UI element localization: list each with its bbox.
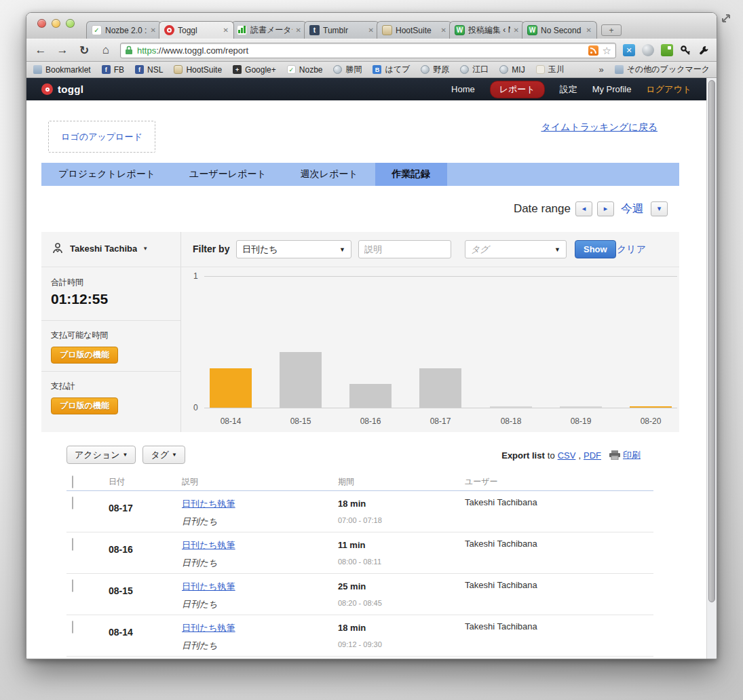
- browser-tab-nozbe[interactable]: ✓ Nozbe 2.0 : No ✕: [86, 21, 161, 39]
- bookmark-item[interactable]: 玉川: [536, 64, 565, 75]
- key-icon[interactable]: [680, 45, 691, 56]
- chart-bar[interactable]: [630, 406, 672, 408]
- bookmark-item[interactable]: Bookmarklet: [33, 65, 91, 75]
- reload-button[interactable]: ↻: [77, 43, 92, 58]
- hatena-icon: B: [373, 65, 381, 74]
- date-range-dropdown-button[interactable]: ▾: [651, 201, 668, 216]
- entry-description-link[interactable]: 日刊たち執筆: [182, 581, 235, 593]
- extension-evernote-icon[interactable]: [661, 44, 673, 56]
- extension-globe-icon[interactable]: [642, 44, 654, 56]
- browser-tab-wordpress-edit[interactable]: W 投稿編集 ‹ No S ✕: [449, 21, 525, 39]
- browser-tab-nosecondlife[interactable]: W No Second Life ✕: [522, 21, 597, 39]
- facebook-icon: f: [135, 65, 144, 74]
- nav-report-active[interactable]: レポート: [490, 81, 545, 98]
- tab-project-report[interactable]: プロジェクトレポート: [41, 163, 172, 186]
- rss-icon[interactable]: [588, 45, 598, 56]
- column-header-description: 説明: [182, 476, 338, 488]
- browser-tab-tumblr[interactable]: t Tumblr ✕: [304, 21, 379, 39]
- tab-close-icon[interactable]: ✕: [514, 26, 519, 34]
- zoom-window-button[interactable]: [66, 19, 75, 28]
- tab-timeline-active[interactable]: 作業記録: [375, 163, 447, 186]
- date-preset-label[interactable]: 今週: [621, 201, 644, 216]
- prev-period-button[interactable]: ◂: [575, 201, 592, 216]
- bookmark-item[interactable]: +Google+: [233, 65, 276, 75]
- entry-description-link[interactable]: 日刊たち執筆: [182, 539, 235, 551]
- chart-bar[interactable]: [349, 384, 392, 408]
- pro-feature-badge[interactable]: プロ版の機能: [51, 347, 118, 364]
- export-pdf-link[interactable]: PDF: [584, 450, 601, 461]
- select-all-checkbox[interactable]: [72, 475, 73, 488]
- back-to-tracking-link[interactable]: タイムトラッキングに戻る: [501, 119, 658, 134]
- toggl-logo[interactable]: toggl: [41, 83, 83, 95]
- next-period-button[interactable]: ▸: [597, 201, 614, 216]
- user-selector[interactable]: Takeshi Tachiba ▼: [51, 241, 148, 255]
- bookmark-item[interactable]: fFB: [102, 65, 124, 75]
- chart-bar[interactable]: [210, 368, 252, 408]
- bookmark-item[interactable]: fNSL: [135, 65, 163, 75]
- actions-dropdown-button[interactable]: アクション ▼: [66, 446, 136, 464]
- row-checkbox[interactable]: [72, 579, 73, 592]
- bookmark-star-icon[interactable]: ☆: [603, 45, 611, 56]
- nav-home[interactable]: Home: [451, 84, 475, 94]
- bookmark-item[interactable]: 江口: [460, 64, 489, 75]
- entry-description-link[interactable]: 日刊たち執筆: [182, 622, 235, 634]
- pro-feature-badge[interactable]: プロ版の機能: [51, 397, 118, 414]
- tab-close-icon[interactable]: ✕: [586, 26, 592, 34]
- tags-label: タグ: [151, 449, 169, 461]
- tags-dropdown-button[interactable]: タグ ▼: [142, 446, 185, 464]
- forward-button[interactable]: →: [55, 43, 70, 57]
- bookmark-item[interactable]: 勝間: [333, 64, 362, 75]
- print-link[interactable]: 印刷: [623, 449, 641, 461]
- chart-bar[interactable]: [560, 406, 602, 408]
- chart-bar[interactable]: [490, 406, 532, 408]
- tab-close-icon[interactable]: ✕: [296, 26, 301, 34]
- window-titlebar: ✓ Nozbe 2.0 : No ✕ Toggl ✕ 読書メーター - ✕ t …: [26, 13, 717, 39]
- clear-filter-link[interactable]: クリア: [617, 244, 646, 256]
- chart-bar[interactable]: [419, 368, 461, 408]
- chart-bar[interactable]: [280, 352, 322, 408]
- extension-mixi-icon[interactable]: ✕: [623, 44, 635, 56]
- nav-logout[interactable]: ログアウト: [646, 83, 691, 96]
- tab-close-icon[interactable]: ✕: [441, 26, 446, 34]
- facebook-icon: f: [102, 65, 111, 74]
- wrench-icon[interactable]: [698, 45, 710, 56]
- back-button[interactable]: ←: [33, 43, 48, 57]
- bookmark-item[interactable]: 野原: [421, 64, 449, 75]
- bookmark-item[interactable]: ✓Nozbe: [287, 65, 323, 75]
- minimize-window-button[interactable]: [52, 19, 60, 28]
- address-bar[interactable]: https://www.toggl.com/report ☆: [120, 43, 616, 58]
- tab-label: 読書メーター -: [250, 24, 292, 36]
- tab-close-icon[interactable]: ✕: [368, 26, 374, 34]
- show-button[interactable]: Show: [575, 240, 616, 258]
- tab-close-icon[interactable]: ✕: [223, 26, 229, 34]
- browser-tab-hootsuite[interactable]: HootSuite ✕: [377, 21, 452, 39]
- tab-weekly-report[interactable]: 週次レポート: [284, 163, 375, 186]
- bookmark-item[interactable]: HootSuite: [174, 65, 222, 75]
- new-tab-button[interactable]: +: [601, 24, 622, 36]
- window-resize-icon[interactable]: [720, 12, 732, 24]
- nav-my-profile[interactable]: My Profile: [592, 84, 632, 94]
- description-filter-input[interactable]: [358, 240, 451, 258]
- tab-close-icon[interactable]: ✕: [151, 26, 156, 34]
- close-window-button[interactable]: [37, 19, 46, 28]
- bookmark-item[interactable]: Bはてブ: [373, 64, 410, 75]
- other-bookmarks-folder[interactable]: その他のブックマーク: [615, 64, 710, 75]
- browser-tab-toggl[interactable]: Toggl ✕: [159, 21, 234, 39]
- nav-settings[interactable]: 設定: [560, 83, 577, 96]
- tab-user-report[interactable]: ユーザーレポート: [172, 163, 284, 186]
- page-scrollbar[interactable]: [706, 78, 717, 659]
- export-csv-link[interactable]: CSV: [558, 450, 576, 461]
- home-button[interactable]: ⌂: [98, 43, 113, 57]
- project-filter-select[interactable]: 日刊たち ▼: [236, 240, 351, 258]
- row-checkbox[interactable]: [72, 497, 73, 509]
- tag-filter-select[interactable]: タグ ▼: [465, 240, 567, 258]
- bookmarks-overflow-chevron[interactable]: »: [599, 64, 604, 75]
- bookmark-item[interactable]: MIJ: [499, 65, 525, 75]
- row-checkbox[interactable]: [72, 538, 73, 551]
- scrollbar-thumb[interactable]: [708, 80, 715, 602]
- entry-duration: 25 min: [338, 581, 366, 591]
- browser-tab-dokusho[interactable]: 読書メーター - ✕: [231, 21, 307, 39]
- upload-logo-button[interactable]: ロゴのアップロード: [48, 121, 155, 153]
- entry-description-link[interactable]: 日刊たち執筆: [182, 498, 235, 510]
- row-checkbox[interactable]: [72, 621, 73, 634]
